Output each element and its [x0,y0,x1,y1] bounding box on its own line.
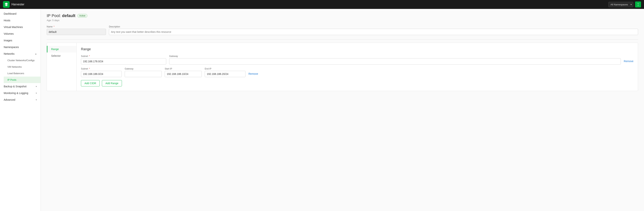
name-input[interactable] [47,29,106,35]
topbar-left: Harvester [3,1,24,8]
form-row: Name * Description [47,25,638,35]
sidebar-item-load-balancers[interactable]: Load Balancers [4,70,40,77]
sidebar-item-label: Backup & Snapshot [4,85,26,88]
cidr-gateway-input[interactable] [169,58,621,65]
add-range-button[interactable]: Add Range [102,80,122,86]
range-start-ip-label: Start IP [165,68,202,70]
range-gateway-field: Gateway [125,68,162,77]
description-field: Description [109,25,638,35]
range-content: Range Subnet * Gateway [76,43,638,91]
sidebar-item-virtual-machines[interactable]: Virtual Machines [0,24,40,30]
cidr-remove-button[interactable]: Remove [624,60,634,65]
sidebar-item-images[interactable]: Images [0,37,40,44]
chevron-down-icon: ▾ [36,85,37,88]
content-nav-label: Range [51,48,59,51]
sidebar-item-dashboard[interactable]: Dashboard [0,10,40,17]
status-badge: Active [77,14,88,18]
content-nav-label: Selector [51,54,60,57]
sidebar: Dashboard Hosts Virtual Machines Volumes… [0,9,41,211]
sidebar-item-label: Dashboard [4,12,16,15]
sidebar-item-vm-networks[interactable]: VM Networks [4,64,40,70]
sidebar-item-volumes[interactable]: Volumes [0,30,40,37]
chevron-down-icon: ▾ [36,92,37,94]
sidebar-item-label: Hosts [4,19,10,22]
name-label: Name * [47,25,106,28]
cidr-subnet-label: Subnet * [81,55,166,58]
sidebar-item-hosts[interactable]: Hosts [0,17,40,24]
namespace-select[interactable]: All Namespaces default kube-system [608,2,633,7]
range-end-ip-field: End IP [205,68,246,77]
range-end-ip-input[interactable] [205,71,246,77]
cidr-gateway-label: Gateway [169,55,621,58]
sidebar-networks-sub: Cluster Networks/Configs VM Networks Loa… [0,57,40,83]
content-nav-item-selector[interactable]: Selector [47,53,76,59]
name-field: Name * [47,25,106,35]
sidebar-item-label: IP Pools [8,78,16,81]
cidr-row: Subnet * Gateway Remove [81,55,634,65]
range-start-ip-field: Start IP [165,68,202,77]
sidebar-item-cluster-networks[interactable]: Cluster Networks/Configs [4,57,40,64]
content-area: Range Selector Range Subnet * [47,43,638,91]
main-inner: IP Pool: default Active Age: 5 days Name… [41,9,644,95]
range-gateway-input[interactable] [125,71,162,77]
cidr-subnet-input[interactable] [81,58,166,65]
range-subnet-field: Subnet * [81,68,122,77]
sidebar-item-label: Load Balancers [8,72,24,75]
app-body: Dashboard Hosts Virtual Machines Volumes… [0,9,644,211]
desc-label: Description [109,25,638,28]
required-indicator: * [89,68,90,70]
sidebar-item-ip-pools[interactable]: IP Pools [4,77,40,83]
add-cidr-button[interactable]: Add CIDR [81,80,100,86]
page-title-name: default [62,13,76,18]
app-title: Harvester [12,3,24,6]
range-end-ip-label: End IP [205,68,246,70]
topbar-right: All Namespaces default kube-system ⌶ [608,2,641,8]
range-gateway-label: Gateway [125,68,162,70]
range-start-ip-input[interactable] [165,71,202,77]
content-nav: Range Selector [47,43,76,91]
divider [47,40,638,40]
page-title: IP Pool: default [47,13,76,18]
page-age: Age: 5 days [47,19,638,22]
required-indicator: * [54,25,54,28]
namespace-wrapper[interactable]: All Namespaces default kube-system [608,2,633,7]
range-remove-button[interactable]: Remove [248,72,258,77]
range-subnet-label: Subnet * [81,68,122,70]
sidebar-item-label: Networks [4,52,14,55]
topbar: Harvester All Namespaces default kube-sy… [0,0,644,9]
range-subnet-input[interactable] [81,71,122,77]
app-logo [3,1,10,8]
page-header: IP Pool: default Active [47,13,638,18]
sidebar-item-label: Namespaces [4,46,19,49]
sidebar-item-label: Advanced [4,98,15,101]
sidebar-item-label: VM Networks [8,65,22,68]
sidebar-item-advanced[interactable]: Advanced ▾ [0,96,40,103]
sidebar-item-label: Virtual Machines [4,26,23,29]
sidebar-item-label: Volumes [4,32,14,35]
description-input[interactable] [109,29,638,35]
sidebar-item-namespaces[interactable]: Namespaces [0,44,40,50]
sidebar-item-backup-snapshot[interactable]: Backup & Snapshot ▾ [0,83,40,90]
content-nav-item-range[interactable]: Range [47,46,76,53]
chevron-up-icon: ▲ [35,53,37,55]
user-icon[interactable]: ⌶ [635,2,641,8]
cidr-gateway-field: Gateway [169,55,621,65]
main-content: IP Pool: default Active Age: 5 days Name… [41,9,644,211]
cidr-subnet-field: Subnet * [81,55,166,65]
sidebar-item-label: Cluster Networks/Configs [8,59,35,62]
chevron-down-icon: ▾ [36,99,37,101]
page-title-prefix: IP Pool: [47,13,61,18]
sidebar-item-monitoring-logging[interactable]: Monitoring & Logging ▾ [0,90,40,96]
required-indicator: * [89,55,90,58]
sidebar-item-label: Monitoring & Logging [4,92,28,95]
range-title: Range [81,47,634,51]
sidebar-item-networks[interactable]: Networks ▲ [0,50,40,57]
button-row: Add CIDR Add Range [81,80,634,86]
sidebar-item-label: Images [4,39,12,42]
range-row: Subnet * Gateway Start IP [81,68,634,77]
